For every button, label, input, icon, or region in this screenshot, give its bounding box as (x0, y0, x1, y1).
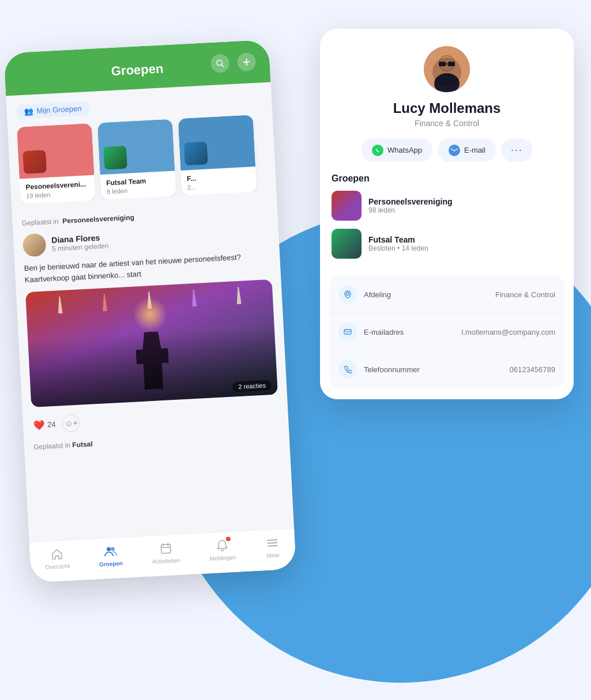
groups-grid: Pesoneelsvereni... 19 leden Futsal Team … (17, 114, 267, 204)
group-name-profile-2: Futsal Team (368, 235, 428, 244)
group-info-1: Personeelsvereniging 98 leden (368, 197, 453, 214)
nav-item-meer[interactable]: Meer (265, 535, 281, 559)
profile-info-rows: Afdeling Finance & Control E-mailadres l… (329, 276, 564, 388)
my-groups-badge[interactable]: 👥 Mijn Groepen (16, 101, 90, 119)
group-thumb-2 (103, 146, 127, 170)
group-icon: 👥 (24, 107, 33, 116)
svg-line-10 (268, 540, 277, 540)
group-card-image-2 (97, 119, 175, 175)
svg-rect-23 (344, 330, 351, 334)
mail-icon (338, 323, 357, 341)
info-label-afdeling: Afdeling (364, 290, 495, 299)
notification-badge (226, 536, 231, 541)
profile-top: Lucy Mollemans Finance & Control WhatsAp… (320, 29, 574, 173)
group-meta-profile-2: Besloten • 14 leden (368, 244, 428, 252)
whatsapp-icon (372, 145, 383, 156)
profile-group-item-2[interactable]: Futsal Team Besloten • 14 leden (332, 229, 562, 259)
group-card-2[interactable]: Futsal Team 8 leden (97, 119, 176, 200)
reactions-label: 2 reacties (232, 380, 272, 392)
my-groups-label: Mijn Groepen (36, 104, 82, 115)
email-button[interactable]: E-mail (438, 138, 496, 162)
profile-group-item-1[interactable]: Personeelsvereniging 98 leden (332, 191, 562, 221)
nav-label-meldingen: Meldingen (209, 554, 236, 562)
group-card-1[interactable]: Pesoneelsvereni... 19 leden (17, 123, 96, 205)
info-label-email: E-mailadres (364, 328, 461, 336)
phone-left: Groepen 👥 Mijn Groepen (3, 40, 296, 583)
emoji-reaction-button[interactable]: ☺+ (62, 414, 81, 433)
post-text-1: Ben je benieuwd naar de artiest van het … (24, 250, 271, 285)
profile-card: Lucy Mollemans Finance & Control WhatsAp… (320, 29, 574, 399)
whatsapp-button[interactable]: WhatsApp (362, 138, 432, 162)
group-card-image-3 (178, 115, 256, 171)
feed-section: Geplaatst in Personeelsvereniging Diana … (12, 196, 289, 438)
nav-label-activiteiten: Activiteiten (152, 557, 180, 565)
group-card-image-1 (17, 123, 95, 179)
group-card-info-3: F... 2... (180, 167, 257, 196)
groups-title: Groepen (111, 61, 164, 79)
info-row-email: E-mailadres l.mollemans@company.com (329, 313, 564, 351)
profile-name: Lucy Mollemans (393, 100, 501, 116)
svg-line-11 (268, 543, 277, 543)
phone-icon (338, 360, 357, 379)
group-card-info-1: Pesoneelsvereni... 19 leden (20, 175, 96, 205)
home-icon (49, 546, 65, 562)
svg-point-16 (439, 56, 454, 71)
figure-silhouette (128, 331, 177, 391)
whatsapp-label: WhatsApp (387, 146, 422, 154)
group-info-2: Futsal Team Besloten • 14 leden (368, 235, 428, 252)
svg-line-1 (221, 65, 224, 67)
add-icon[interactable] (237, 52, 257, 72)
search-icon[interactable] (210, 54, 230, 73)
reaction-heart[interactable]: ❤️ 24 (33, 418, 56, 430)
nav-item-groepen[interactable]: Groepen (98, 543, 123, 567)
group-card-info-2: Futsal Team 8 leden (100, 171, 176, 200)
svg-point-5 (110, 547, 114, 551)
group-meta-profile-1: 98 leden (368, 206, 453, 214)
group-thumb-1 (22, 150, 47, 174)
activities-icon (158, 540, 174, 556)
group-card-3[interactable]: F... 2... (178, 115, 257, 196)
group-name-profile-1: Personeelsvereniging (368, 197, 453, 206)
info-label-phone: Telefoonnummer (364, 365, 509, 374)
svg-point-4 (106, 547, 110, 551)
info-row-phone: Telefoonnummer 06123456789 (329, 351, 564, 388)
light-5 (236, 287, 242, 304)
stage-lights (26, 285, 273, 315)
action-buttons: WhatsApp E-mail ··· (334, 138, 560, 162)
group-thumb-futsal (332, 229, 362, 259)
profile-role: Finance & Control (415, 119, 479, 128)
profile-groups: Groepen Personeelsvereniging 98 leden Fu… (320, 173, 574, 276)
profile-avatar (424, 46, 470, 92)
groups-section-title: Groepen (332, 173, 562, 184)
info-row-afdeling: Afdeling Finance & Control (329, 276, 564, 313)
svg-rect-18 (448, 62, 455, 66)
more-button[interactable]: ··· (502, 138, 532, 162)
email-icon (449, 145, 460, 156)
info-value-afdeling: Finance & Control (495, 290, 555, 299)
groups-nav-icon (103, 544, 118, 559)
light-4 (191, 289, 197, 307)
notifications-icon (214, 538, 230, 553)
svg-rect-6 (161, 544, 171, 554)
svg-line-3 (244, 62, 250, 62)
post-location-prefix-1: Geplaatst in (21, 217, 59, 227)
heart-icon: ❤️ (33, 419, 46, 430)
post-location-name-1: Personeelsvereniging (62, 213, 134, 225)
svg-line-9 (161, 547, 170, 548)
nav-item-meldingen[interactable]: Meldingen (209, 538, 236, 562)
light-2 (102, 294, 108, 311)
info-value-email: l.mollemans@company.com (461, 328, 555, 336)
reactions-left: ❤️ 24 ☺+ (33, 414, 80, 434)
svg-point-13 (424, 46, 470, 92)
group-thumb-3 (184, 141, 208, 165)
nav-label-meer: Meer (266, 552, 280, 559)
nav-label-groepen: Groepen (99, 560, 123, 567)
email-label: E-mail (464, 146, 485, 154)
svg-rect-21 (451, 148, 458, 153)
header-icons (210, 52, 257, 73)
svg-point-20 (374, 146, 382, 154)
nav-item-activiteiten[interactable]: Activiteiten (151, 540, 180, 565)
svg-point-14 (439, 55, 455, 71)
nav-label-overzicht: Overzicht (45, 563, 70, 570)
nav-item-overzicht[interactable]: Overzicht (44, 546, 70, 570)
